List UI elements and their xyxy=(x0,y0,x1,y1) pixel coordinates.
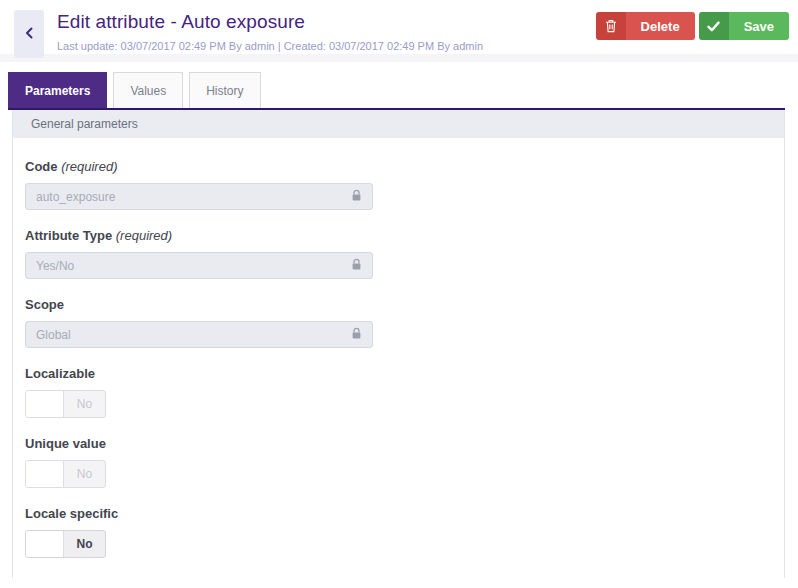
scope-label: Scope xyxy=(25,297,784,312)
localizable-field: Localizable No xyxy=(25,366,784,418)
header-actions: Delete Save xyxy=(596,12,789,40)
delete-button-label: Delete xyxy=(626,12,695,40)
section-header: General parameters xyxy=(13,110,784,138)
locale-specific-toggle[interactable]: No xyxy=(25,530,106,558)
lock-icon xyxy=(351,258,362,274)
unique-value-label: Unique value xyxy=(25,436,784,451)
edit-attribute-page: Edit attribute - Auto exposure Last upda… xyxy=(0,0,798,588)
attribute-type-label: Attribute Type (required) xyxy=(25,228,784,243)
toggle-handle xyxy=(26,461,64,487)
save-button[interactable]: Save xyxy=(699,12,789,40)
back-button[interactable] xyxy=(14,10,44,58)
scope-input: Global xyxy=(25,321,373,348)
code-field: Code (required) auto_exposure xyxy=(25,159,784,210)
unique-value-toggle: No xyxy=(25,460,106,488)
scope-field: Scope Global xyxy=(25,297,784,348)
locale-specific-toggle-value: No xyxy=(64,531,105,557)
unique-value-toggle-value: No xyxy=(64,461,105,487)
parameters-tab-panel: General parameters Code (required) auto_… xyxy=(12,110,785,578)
tab-parameters[interactable]: Parameters xyxy=(8,72,107,108)
check-icon xyxy=(699,12,729,40)
lock-icon xyxy=(351,327,362,343)
attribute-type-input-value: Yes/No xyxy=(36,259,74,273)
toggle-handle xyxy=(26,531,64,557)
attribute-type-field: Attribute Type (required) Yes/No xyxy=(25,228,784,279)
save-button-label: Save xyxy=(729,12,789,40)
toggle-handle xyxy=(26,391,64,417)
page-header: Edit attribute - Auto exposure Last upda… xyxy=(0,0,798,62)
locale-specific-label: Locale specific xyxy=(25,506,784,521)
chevron-left-icon xyxy=(23,25,35,44)
page-meta: Last update: 03/07/2017 02:49 PM By admi… xyxy=(57,40,483,52)
localizable-label: Localizable xyxy=(25,366,784,381)
scope-input-value: Global xyxy=(36,328,71,342)
trash-icon xyxy=(596,12,626,40)
attribute-type-input: Yes/No xyxy=(25,252,373,279)
page-title: Edit attribute - Auto exposure xyxy=(57,11,483,33)
code-input-value: auto_exposure xyxy=(36,190,115,204)
unique-value-field: Unique value No xyxy=(25,436,784,488)
code-label: Code (required) xyxy=(25,159,784,174)
header-text: Edit attribute - Auto exposure Last upda… xyxy=(57,0,483,52)
delete-button[interactable]: Delete xyxy=(596,12,695,40)
code-input: auto_exposure xyxy=(25,183,373,210)
localizable-toggle: No xyxy=(25,390,106,418)
general-parameters-form: Code (required) auto_exposure Attribute … xyxy=(13,138,784,558)
tab-values[interactable]: Values xyxy=(113,72,183,108)
lock-icon xyxy=(351,189,362,205)
tab-history[interactable]: History xyxy=(189,72,260,108)
localizable-toggle-value: No xyxy=(64,391,105,417)
tab-bar: Parameters Values History xyxy=(8,72,785,110)
locale-specific-field: Locale specific No xyxy=(25,506,784,558)
